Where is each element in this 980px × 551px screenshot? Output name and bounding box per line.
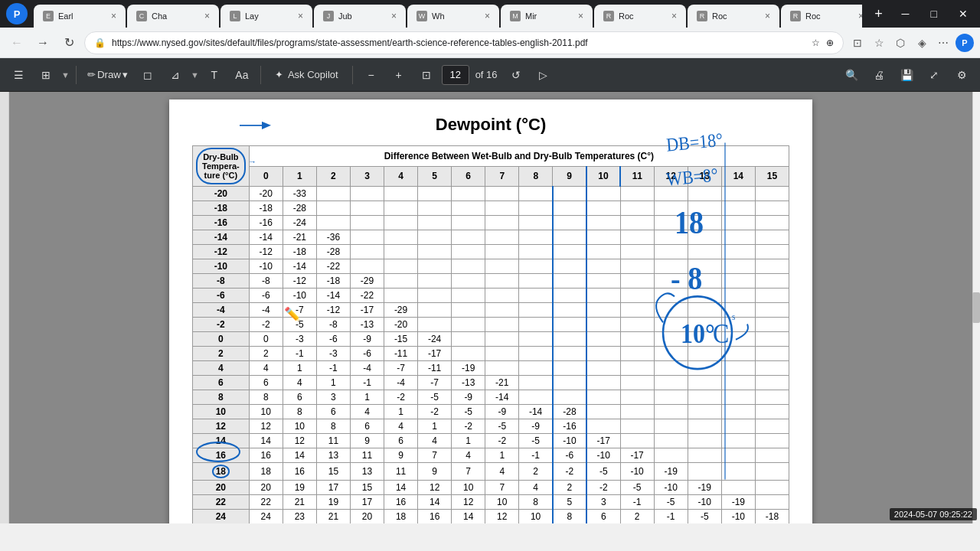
- cell-r3-c9: [519, 230, 553, 245]
- forward-button[interactable]: →: [32, 32, 54, 54]
- presentation-icon[interactable]: ▷: [531, 63, 556, 87]
- draw-button[interactable]: ✏ Draw ▾: [83, 63, 132, 87]
- text-icon[interactable]: T: [202, 63, 227, 87]
- more-options-icon[interactable]: ⚙: [949, 63, 974, 87]
- zoom-out-icon[interactable]: −: [359, 63, 384, 87]
- cell-r15-c15: [721, 405, 755, 419]
- search-icon[interactable]: 🔍: [839, 63, 864, 87]
- cell-r0-c4: [350, 187, 384, 201]
- cell-r16-c2: 10: [283, 419, 316, 434]
- cell-r0-c16: [755, 187, 789, 201]
- sidebar-handle[interactable]: [972, 292, 980, 323]
- fullscreen-icon[interactable]: ⤢: [922, 63, 946, 87]
- tab-t2[interactable]: CCha×: [127, 5, 219, 28]
- cell-r2-c9: [519, 216, 553, 230]
- font-size-icon[interactable]: Aa: [230, 63, 254, 87]
- profile-icon[interactable]: P: [6, 3, 28, 24]
- cell-r19-c12: -10: [620, 463, 654, 481]
- tab-t4[interactable]: JJub×: [314, 5, 406, 28]
- cell-r17-c7: 1: [452, 434, 485, 448]
- cell-r1-c11: [586, 201, 620, 216]
- cell-r5-c5: [384, 259, 418, 274]
- favorites-icon[interactable]: ☆: [870, 34, 888, 52]
- toolbar-divider-1: [76, 66, 77, 84]
- minimize-button[interactable]: ─: [896, 5, 916, 23]
- cell-r20-c6: 12: [418, 481, 452, 495]
- cell-r11-c1: 2: [249, 347, 283, 361]
- col-header-7: 7: [485, 166, 519, 187]
- browser-wallet-icon[interactable]: ◈: [913, 34, 931, 52]
- url-text: https://www.nysed.gov/sites/default/file…: [112, 37, 805, 48]
- main-content: ✏️ Dewpoint (°C) Dry-BulbTempera-ture (°…: [0, 92, 980, 523]
- user-profile-icon[interactable]: P: [956, 34, 974, 52]
- eraser-icon[interactable]: ◻: [136, 63, 160, 87]
- tab-t7[interactable]: RRoc×: [594, 5, 686, 28]
- cell-r6-c16: [755, 274, 789, 289]
- page-number-input[interactable]: [442, 65, 469, 85]
- cell-r22-c3: 21: [316, 510, 350, 524]
- tab-t8[interactable]: RRoc×: [688, 5, 779, 28]
- refresh-button[interactable]: ↻: [58, 32, 80, 54]
- tab-t5[interactable]: WWh×: [407, 5, 499, 28]
- star-icon[interactable]: ☆: [812, 37, 820, 48]
- extensions-icon[interactable]: ⊡: [848, 34, 867, 52]
- cell-r4-c12: [620, 245, 654, 259]
- tab-t3[interactable]: LLay×: [220, 5, 312, 28]
- cell-r18-c8: 1: [485, 448, 519, 463]
- cell-r22-c10: 8: [553, 510, 586, 524]
- highlight-icon[interactable]: ⊿: [163, 63, 188, 87]
- cell-r10-c14: [688, 332, 721, 347]
- settings-icon[interactable]: ⋯: [934, 34, 952, 52]
- cell-r3-c1: -14: [249, 230, 283, 245]
- rotate-icon[interactable]: ↺: [504, 63, 528, 87]
- menu-icon[interactable]: ☰: [6, 63, 31, 87]
- tab-t9[interactable]: RRoc×: [781, 5, 862, 28]
- cell-r11-c11: [586, 347, 620, 361]
- collections-icon[interactable]: ⊕: [826, 37, 834, 48]
- cell-r5-c2: -14: [283, 259, 316, 274]
- cell-r22-c0: 24: [193, 510, 250, 524]
- tab-t1[interactable]: EEarl×: [34, 5, 126, 28]
- cell-r18-c12: -17: [620, 448, 654, 463]
- thumbnails-icon[interactable]: ⊞: [34, 63, 58, 87]
- fit-page-icon[interactable]: ⊡: [414, 63, 439, 87]
- cell-r6-c1: -8: [249, 274, 283, 289]
- save-icon[interactable]: 💾: [894, 63, 919, 87]
- cell-r6-c15: [721, 274, 755, 289]
- draw-icon: ✏: [87, 69, 96, 80]
- cell-r7-c3: -14: [316, 289, 350, 303]
- cell-r5-c0: -10: [193, 259, 250, 274]
- cell-r12-c1: 4: [249, 361, 283, 376]
- cell-r1-c1: -18: [249, 201, 283, 216]
- zoom-in-icon[interactable]: +: [387, 63, 411, 87]
- cell-r11-c0: 2: [193, 347, 250, 361]
- cell-r9-c10: [553, 318, 586, 332]
- pdf-content[interactable]: ✏️ Dewpoint (°C) Dry-BulbTempera-ture (°…: [9, 92, 972, 523]
- cell-r1-c14: [688, 201, 721, 216]
- cell-r8-c11: [586, 303, 620, 318]
- cell-r0-c14: [688, 187, 721, 201]
- cell-r9-c5: -20: [384, 318, 418, 332]
- collections-icon[interactable]: ⬡: [891, 34, 910, 52]
- cell-r21-c13: -5: [654, 495, 688, 510]
- col-header-8: 8: [519, 166, 553, 187]
- close-button[interactable]: ✕: [952, 5, 974, 23]
- back-button[interactable]: ←: [6, 32, 28, 54]
- cell-r10-c13: [654, 332, 688, 347]
- col-header-5: 5: [418, 166, 452, 187]
- cell-r13-c10: [553, 376, 586, 390]
- cell-r3-c0: -14: [193, 230, 250, 245]
- cell-r15-c6: -2: [418, 405, 452, 419]
- new-tab-button[interactable]: +: [868, 3, 890, 24]
- maximize-button[interactable]: □: [925, 5, 943, 23]
- cell-r7-c16: [755, 289, 789, 303]
- cell-r21-c5: 16: [384, 495, 418, 510]
- toolbar-divider-3: [352, 66, 353, 84]
- print-icon[interactable]: 🖨: [867, 63, 891, 87]
- cell-r4-c5: [384, 245, 418, 259]
- cell-r22-c12: 2: [620, 510, 654, 524]
- url-bar[interactable]: 🔒 https://www.nysed.gov/sites/default/fi…: [84, 31, 844, 54]
- copilot-button[interactable]: ✦ Ask Copilot: [267, 63, 346, 87]
- cell-r2-c16: [755, 216, 789, 230]
- tab-t6[interactable]: MMir×: [501, 5, 593, 28]
